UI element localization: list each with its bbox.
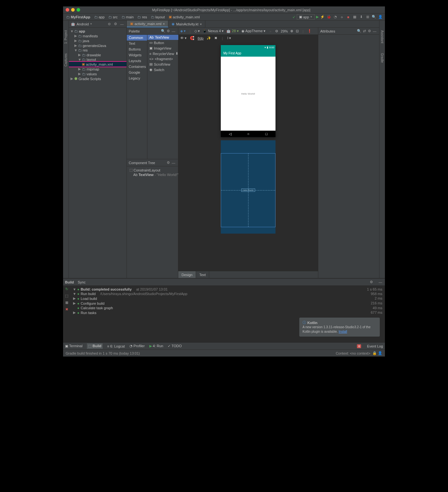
hide-icon[interactable]: — [378, 280, 383, 285]
palette-fragment[interactable]: <><fragment> [147, 56, 180, 61]
avd-icon[interactable]: ▦ [352, 14, 357, 20]
notification-install-link[interactable]: Install [339, 330, 347, 333]
expand-icon[interactable]: ⊞ [65, 301, 68, 305]
palette-cat-containers[interactable]: Containers [127, 64, 147, 70]
gear-icon[interactable]: ⚙ [369, 280, 374, 285]
breadcrumb[interactable]: 🗀src [107, 14, 119, 20]
filter-icon[interactable]: ⬚ [65, 294, 68, 298]
lock-icon[interactable]: 🔒 [372, 351, 377, 355]
build-root[interactable]: ▼●Build: completed successfully at 2019/… [73, 287, 382, 292]
attach-icon[interactable]: ⎆ [339, 14, 344, 20]
search-icon[interactable]: 🔍 [357, 29, 362, 34]
build-calculate[interactable]: ●Calculate task graph49 ms [73, 306, 382, 310]
magnet-icon[interactable]: 🧲 [190, 36, 194, 40]
rail-project[interactable]: 1: Project [64, 30, 68, 44]
wand-icon[interactable]: ✨ [207, 36, 211, 40]
stop-icon[interactable]: ✖ [65, 307, 68, 311]
comp-textview[interactable]: AbTextView- "Hello World!" [128, 172, 177, 177]
tool-profiler[interactable]: ◔ Profiler [129, 344, 145, 348]
zoom-fit-icon[interactable]: ⊡ [296, 29, 299, 33]
tree-layout[interactable]: ▼🗀layout [69, 57, 126, 62]
breadcrumb[interactable]: 🗀res [136, 14, 148, 20]
tool-eventlog[interactable]: Event Log [367, 344, 383, 348]
design-surface[interactable]: ▾▮8:00 My First App Hello World! ◁○□ [221, 45, 275, 137]
palette-cat-common[interactable]: Common [127, 35, 147, 41]
rail-gradle[interactable]: Gradle [380, 53, 384, 63]
theme-dropdown[interactable]: ◉ AppTheme ▾ [241, 29, 266, 33]
tab-activity-main[interactable]: ▣activity_main.xml × [127, 21, 168, 27]
apply-icon[interactable]: ⚡ [320, 14, 325, 20]
gear-icon[interactable]: ⚙ [113, 22, 118, 27]
hide-icon[interactable]: — [372, 29, 377, 34]
minimize-icon[interactable] [71, 8, 75, 12]
tab-text[interactable]: Text [196, 271, 209, 278]
tab-sync[interactable]: Sync [78, 280, 86, 284]
palette-imageview[interactable]: ▣ImageView [147, 45, 180, 51]
hide-icon[interactable]: — [119, 22, 125, 27]
blueprint-widget[interactable]: Hello World! [241, 189, 255, 192]
tool-logcat[interactable]: ≡ 6: Logcat [107, 344, 125, 348]
close-icon[interactable] [66, 8, 69, 12]
device-dropdown[interactable]: 📱 Nexus 4 ▾ [202, 29, 224, 33]
tab-mainactivity[interactable]: ◉MainActivity.kt × [168, 21, 205, 27]
breadcrumb[interactable]: 🗀main [120, 14, 135, 20]
sdk-icon[interactable]: ⬇ [359, 14, 364, 20]
tool-run[interactable]: ▶ 4: Run [149, 344, 163, 348]
breadcrumb[interactable]: 🗀app [93, 14, 106, 20]
search-icon[interactable]: 🔍 [161, 29, 166, 34]
api-dropdown[interactable]: 🤖 28 ▾ [226, 29, 238, 33]
canvas-viewport[interactable]: ▾▮8:00 My First App Hello World! ◁○□ Hel… [178, 42, 318, 271]
palette-cat-widgets[interactable]: Widgets [127, 52, 147, 58]
run-config-dropdown[interactable]: ▣app ▼ [297, 14, 315, 20]
palette-cat-text[interactable]: Text [127, 41, 147, 46]
rail-captures[interactable]: Captures [64, 53, 68, 67]
structure-icon[interactable]: ⊞ [365, 14, 370, 20]
search-icon[interactable]: 🔍 [371, 14, 377, 20]
stop-icon[interactable]: ■ [346, 14, 351, 20]
layers-icon[interactable]: ◈ ▾ [180, 29, 186, 33]
sync-icon[interactable]: ↙ [293, 15, 295, 19]
maximize-icon[interactable] [77, 8, 80, 12]
rerun-icon[interactable]: ↻ [65, 287, 68, 291]
tree-activity-main[interactable]: ▣activity_main.xml [69, 62, 126, 67]
tab-build-output[interactable]: Build [65, 280, 74, 284]
man-icon[interactable]: 👤 [378, 351, 382, 355]
clear-icon[interactable]: ✖ [214, 36, 217, 40]
tree-app[interactable]: ▼🗀app [69, 29, 126, 33]
align-icon[interactable]: I ▾ [227, 36, 231, 40]
palette-recyclerview[interactable]: ≡RecyclerView ⬇ [147, 51, 180, 56]
tree-res[interactable]: ▼🗀res [69, 48, 126, 52]
tree-drawable[interactable]: ▶🗀drawable [69, 52, 126, 57]
user-icon[interactable]: 👤 [378, 14, 383, 20]
rail-assistant[interactable]: Assistant [380, 30, 384, 43]
orientation-icon[interactable]: ◇ ▾ [194, 29, 200, 33]
hide-icon[interactable]: — [171, 29, 176, 34]
build-run[interactable]: ▼●Run build /Users/hiraya.shingo/Android… [73, 292, 382, 296]
tab-design[interactable]: Design [178, 271, 196, 278]
tree-mipmap[interactable]: ▶🗀mipmap [69, 67, 126, 71]
tree-generatedjava[interactable]: ▶🗀generatedJava [69, 43, 126, 48]
back-icon[interactable]: ⇄ [362, 29, 367, 34]
palette-cat-layouts[interactable]: Layouts [127, 58, 147, 64]
tree-gradle-scripts[interactable]: ▶⬢Gradle Scripts [69, 76, 126, 81]
palette-cat-legacy[interactable]: Legacy [127, 75, 147, 81]
palette-scrollview[interactable]: ▤ScrollView [147, 61, 180, 67]
blueprint-surface[interactable]: Hello World! [221, 140, 275, 234]
debug-icon[interactable]: 🐞 [326, 14, 331, 20]
collapse-icon[interactable]: ⊖ [107, 22, 112, 27]
palette-cat-buttons[interactable]: Buttons [127, 46, 147, 52]
palette-button[interactable]: ▭Button [147, 40, 180, 45]
comp-constraintlayout[interactable]: ⬚ConstraintLayout [128, 168, 177, 172]
build-tasks[interactable]: ▶●Run tasks677 ms [73, 310, 382, 315]
profile-icon[interactable]: ◔ [333, 14, 338, 20]
tree-java[interactable]: ▶🗀java [69, 38, 126, 43]
zoom-in-icon[interactable]: ⊕ [290, 29, 293, 33]
tool-terminal[interactable]: ▣ Terminal [65, 344, 82, 348]
breadcrumb[interactable]: 🗀layout [150, 14, 166, 20]
tool-todo[interactable]: ✓ TODO [168, 344, 182, 348]
hide-icon[interactable]: — [171, 160, 176, 165]
eye-icon[interactable]: 👁 ▾ [180, 36, 187, 40]
warnings-icon[interactable]: ❗ [307, 29, 312, 33]
zoom-out-icon[interactable]: ⊖ [275, 29, 278, 33]
gear-icon[interactable]: ⚙ [367, 29, 372, 34]
